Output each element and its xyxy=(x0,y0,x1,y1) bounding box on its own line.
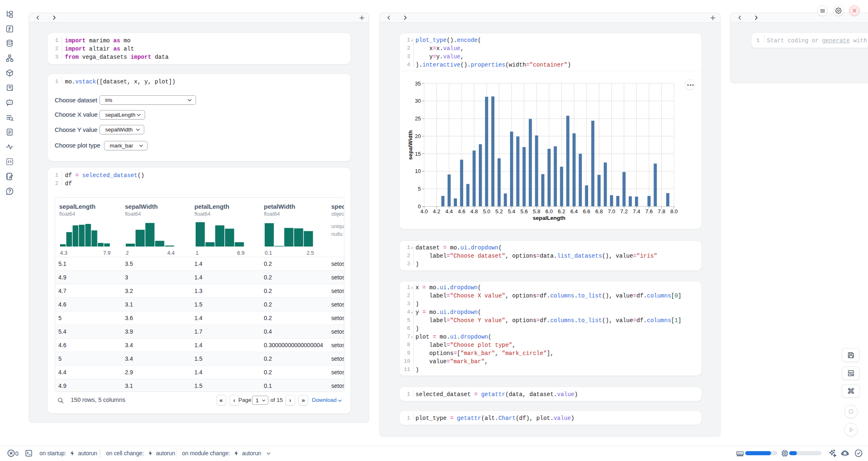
svg-text:7.6: 7.6 xyxy=(645,208,653,214)
svg-text:4.0: 4.0 xyxy=(420,208,428,214)
svg-text:7.8: 7.8 xyxy=(658,208,665,214)
svg-text:15: 15 xyxy=(415,151,421,157)
svg-text:20: 20 xyxy=(415,133,421,139)
svg-text:10: 10 xyxy=(415,168,421,174)
svg-text:5.8: 5.8 xyxy=(533,208,540,214)
svg-text:6.0: 6.0 xyxy=(545,208,553,214)
svg-text:4.4: 4.4 xyxy=(446,208,453,214)
svg-text:4.2: 4.2 xyxy=(433,208,440,214)
svg-text:5.6: 5.6 xyxy=(520,208,528,214)
svg-text:6.4: 6.4 xyxy=(570,208,578,214)
svg-text:35: 35 xyxy=(415,81,421,87)
svg-text:5.0: 5.0 xyxy=(483,208,490,214)
svg-text:7.2: 7.2 xyxy=(620,208,628,214)
svg-text:4.6: 4.6 xyxy=(458,208,465,214)
svg-text:5.4: 5.4 xyxy=(508,208,515,214)
svg-text:4.8: 4.8 xyxy=(471,208,478,214)
svg-text:6.6: 6.6 xyxy=(583,208,590,214)
svg-text:0: 0 xyxy=(418,203,421,210)
svg-text:sepalLength: sepalLength xyxy=(533,215,566,221)
svg-text:6.2: 6.2 xyxy=(558,208,565,214)
svg-text:8.0: 8.0 xyxy=(670,208,678,214)
svg-text:5.2: 5.2 xyxy=(495,208,503,214)
svg-text:5: 5 xyxy=(418,186,421,192)
svg-text:30: 30 xyxy=(415,98,421,104)
svg-text:25: 25 xyxy=(415,115,421,122)
svg-text:7.0: 7.0 xyxy=(608,208,615,214)
svg-text:7.4: 7.4 xyxy=(633,208,640,214)
svg-text:6.8: 6.8 xyxy=(596,208,603,214)
svg-text:sepalWidth: sepalWidth xyxy=(407,130,413,160)
